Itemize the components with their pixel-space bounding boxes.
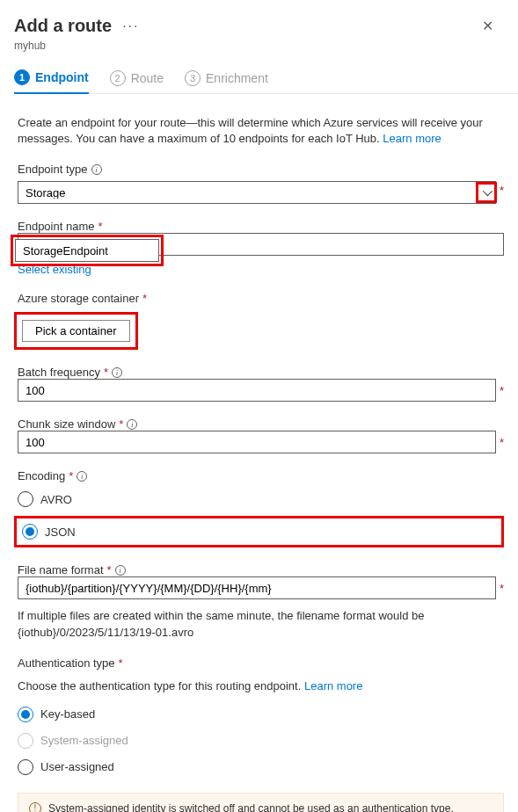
endpoint-type-select[interactable]: Storage bbox=[18, 181, 496, 204]
file-format-input[interactable] bbox=[18, 576, 496, 599]
info-icon[interactable]: i bbox=[115, 565, 126, 576]
radio-label: JSON bbox=[45, 526, 76, 539]
auth-key-based-radio[interactable]: Key-based bbox=[18, 705, 504, 724]
required-marker: * bbox=[500, 436, 504, 449]
info-icon[interactable]: i bbox=[112, 367, 122, 378]
batch-frequency-label: Batch frequency * i bbox=[18, 366, 504, 379]
auth-type-label: Authentication type * bbox=[18, 656, 504, 670]
auth-type-prompt: Choose the authentication type for this … bbox=[18, 678, 504, 694]
step-label: Route bbox=[131, 71, 164, 85]
auth-system-assigned-radio: System-assigned bbox=[18, 731, 504, 750]
warning-text: System-assigned identity is switched off… bbox=[48, 802, 454, 812]
required-marker: * bbox=[500, 184, 504, 197]
radio-icon bbox=[18, 707, 33, 722]
info-icon[interactable]: i bbox=[91, 164, 102, 175]
step-number: 2 bbox=[110, 70, 126, 86]
radio-icon bbox=[18, 733, 33, 749]
step-label: Endpoint bbox=[35, 70, 89, 84]
step-endpoint[interactable]: 1 Endpoint bbox=[14, 69, 89, 94]
encoding-json-radio[interactable]: JSON bbox=[22, 522, 76, 541]
more-icon[interactable]: ··· bbox=[122, 18, 139, 34]
required-marker: * bbox=[500, 582, 504, 595]
hub-subtitle: myhub bbox=[14, 40, 518, 52]
info-icon[interactable]: i bbox=[77, 471, 87, 482]
radio-label: AVRO bbox=[40, 493, 72, 506]
file-format-note: If multiple files are created within the… bbox=[18, 608, 504, 640]
radio-icon bbox=[18, 759, 33, 775]
endpoint-name-label: Endpoint name * bbox=[18, 220, 504, 233]
auth-user-assigned-radio[interactable]: User-assigned bbox=[18, 758, 504, 777]
radio-label: System-assigned bbox=[40, 734, 128, 747]
stepper: 1 Endpoint 2 Route 3 Enrichment bbox=[14, 69, 518, 94]
step-route[interactable]: 2 Route bbox=[110, 69, 164, 93]
encoding-label: Encoding * i bbox=[18, 469, 504, 482]
warning-icon: ! bbox=[29, 802, 41, 812]
step-number: 1 bbox=[14, 69, 30, 85]
radio-label: Key-based bbox=[40, 707, 95, 721]
endpoint-name-input[interactable] bbox=[15, 239, 159, 262]
radio-icon bbox=[18, 491, 33, 507]
step-label: Enrichment bbox=[206, 71, 268, 85]
page-title: Add a route bbox=[14, 16, 112, 36]
step-enrichment[interactable]: 3 Enrichment bbox=[185, 69, 268, 93]
intro-text: Create an endpoint for your route—this w… bbox=[18, 115, 504, 147]
endpoint-type-label: Endpoint type i bbox=[18, 163, 504, 176]
pick-container-button[interactable]: Pick a container bbox=[22, 320, 130, 342]
batch-frequency-input[interactable] bbox=[18, 379, 496, 402]
radio-icon bbox=[22, 524, 38, 540]
step-number: 3 bbox=[185, 70, 201, 86]
chunk-size-label: Chunk size window * i bbox=[18, 417, 504, 431]
warning-banner: ! System-assigned identity is switched o… bbox=[18, 793, 504, 812]
radio-label: User-assigned bbox=[40, 760, 114, 773]
storage-container-label: Azure storage container * bbox=[18, 292, 504, 305]
auth-learn-more-link[interactable]: Learn more bbox=[304, 679, 362, 692]
file-format-label: File name format * i bbox=[18, 563, 504, 576]
close-icon[interactable]: ✕ bbox=[475, 14, 500, 38]
required-marker: * bbox=[500, 384, 504, 397]
encoding-avro-radio[interactable]: AVRO bbox=[18, 489, 504, 509]
info-icon[interactable]: i bbox=[127, 419, 137, 430]
learn-more-link[interactable]: Learn more bbox=[383, 132, 441, 145]
chunk-size-input[interactable] bbox=[18, 431, 496, 453]
